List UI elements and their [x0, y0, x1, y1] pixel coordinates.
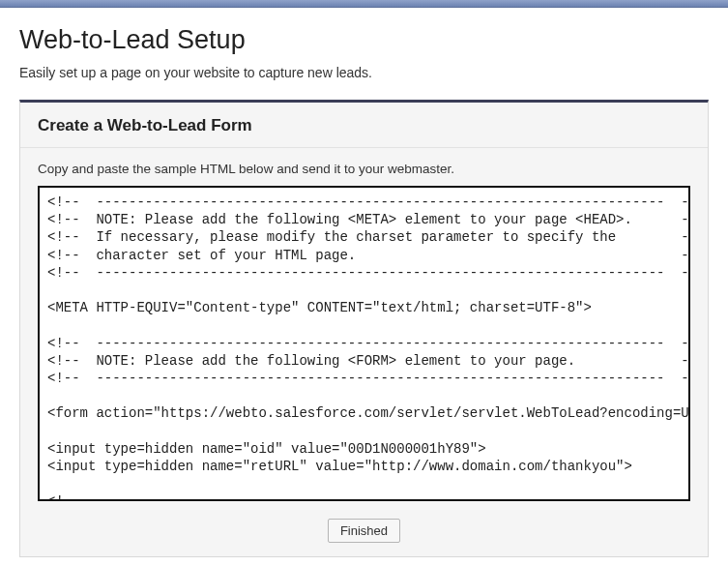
page-title: Web-to-Lead Setup [19, 25, 709, 55]
panel-heading: Create a Web-to-Lead Form [20, 103, 708, 148]
form-panel: Create a Web-to-Lead Form Copy and paste… [19, 100, 709, 557]
finished-button[interactable]: Finished [328, 519, 400, 543]
generated-html-textarea[interactable]: <!-- -----------------------------------… [38, 186, 690, 501]
button-row: Finished [38, 505, 690, 543]
top-accent-bar [0, 0, 728, 8]
page-subtitle: Easily set up a page on your website to … [19, 65, 709, 80]
instruction-text: Copy and paste the sample HTML below and… [38, 162, 690, 176]
